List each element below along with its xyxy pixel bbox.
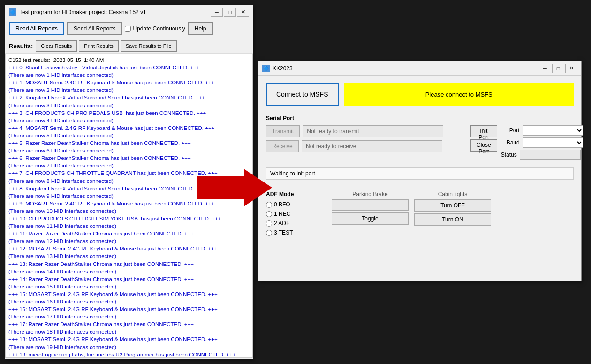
adf-option-label-1: 1 REC [274,211,290,217]
help-button[interactable]: Help [188,22,213,35]
adf-option-label-3: 3 TEST [274,229,293,236]
log-line: (There are now 6 HID interfaces connecte… [8,147,250,154]
adf-section: ADF Mode 0 BFO1 REC2 ADF3 TEST [266,191,322,236]
baud-select[interactable] [523,137,583,148]
connect-msfs-button[interactable]: Connect to MSFS [266,83,339,106]
init-port-button[interactable]: Init Port [470,125,497,137]
log-line: +++ 11: Razer Razer DeathStalker Chroma … [8,230,250,237]
cabin-lights-label: Cabin lights [414,191,491,197]
adf-option-1: 1 REC [266,211,322,217]
log-line: (There are now 9 HID interfaces connecte… [8,192,250,200]
turn-off-button[interactable]: Turn OFF [414,199,491,212]
waiting-field [266,167,574,180]
window1: 🔷 Test program for HIDmaker project: Ces… [5,5,253,359]
adf-radio-2[interactable] [266,220,272,227]
window1-title: Test program for HIDmaker project: Cessn… [19,9,146,15]
save-results-button[interactable]: Save Results to File [121,40,177,52]
title-bar-left: 🔷 Test program for HIDmaker project: Ces… [9,8,146,16]
maximize-button-1[interactable]: □ [224,8,236,17]
serial-port-label: Serial Port [266,115,574,121]
adf-radio-3[interactable] [266,230,272,236]
log-line: (There are now 7 HID interfaces connecte… [8,162,250,169]
close-port-button[interactable]: Close Port [470,139,497,152]
log-line: (There are now 12 HID interfaces connect… [8,237,250,245]
log-line: (There are now 3 HID interfaces connecte… [8,102,250,109]
results-label: Results: [9,43,33,50]
receive-row: Receive [266,140,463,152]
results-header-buttons: Clear Results Print Results Save Results… [36,40,176,52]
connect-status: Please connect to MSFS [344,83,574,106]
maximize-button-2[interactable]: □ [552,64,564,73]
log-line: +++ 15: MOSART Semi. 2.4G RF Keyboard & … [8,290,250,298]
results-header: Results: Clear Results Print Results Sav… [5,38,253,54]
clear-results-button[interactable]: Clear Results [36,40,77,52]
log-line: +++ 16: MOSART Semi. 2.4G RF Keyboard & … [8,305,250,313]
parking-brake-field [332,199,409,211]
title-controls-1: ─ □ ✕ [211,8,249,17]
controls-section: Parking Brake Toggle Cabin lights Turn O… [332,191,574,236]
serial-section: Serial Port Transmit Receive Ini [266,115,574,180]
log-line: +++ 3: CH PRODUCTS CH PRO PEDALS USB has… [8,109,250,117]
log-line: +++ 19: microEngineering Labs, Inc. mela… [8,351,250,358]
log-line: (There are now 10 HID interfaces connect… [8,207,250,215]
log-line: +++ 0: Shaul Eizikovich vJoy - Virtual J… [8,64,250,71]
minimize-button-2[interactable]: ─ [539,64,551,73]
print-results-button[interactable]: Print Results [79,40,118,52]
log-area[interactable]: C152 test results: 2023-05-15 1:40 AM+++… [5,54,253,358]
parking-brake-group: Parking Brake Toggle [332,191,409,236]
w2-content: Connect to MSFS Please connect to MSFS S… [258,76,581,247]
log-line: C152 test results: 2023-05-15 1:40 AM [8,56,250,64]
port-select[interactable] [523,125,583,136]
cabin-lights-group: Cabin lights Turn OFF Turn ON [414,191,491,236]
turn-on-button[interactable]: Turn ON [414,213,491,226]
transmit-status-field [303,125,443,137]
log-line: (There are now 1 HID interfaces connecte… [8,71,250,79]
log-line: +++ 5: Razer Razer DeathStalker Chroma h… [8,139,250,147]
minimize-button-1[interactable]: ─ [211,8,223,17]
adf-radio-1[interactable] [266,211,272,217]
adf-radio-0[interactable] [266,202,272,208]
log-line: (There are now 19 HID interfaces connect… [8,343,250,351]
log-line: +++ 6: Razer Razer DeathStalker Chroma h… [8,154,250,162]
transmit-row: Transmit [266,125,463,137]
send-all-reports-button[interactable]: Send All Reports [67,22,122,35]
toggle-button[interactable]: Toggle [332,212,409,225]
app-icon-2: 🔷 [262,65,270,72]
log-line: +++ 7: CH PRODUCTS CH THROTTLE QUADRANT … [8,169,250,177]
port-row: Port [501,125,583,136]
parking-brake-label: Parking Brake [332,191,409,197]
update-continuously-checkbox[interactable] [125,26,131,32]
update-continuously-wrap: Update Continuously [125,25,185,32]
window2-title: KK2023 [273,65,293,72]
title-bar-left-2: 🔷 KK2023 [262,65,293,72]
status-row: Status [501,150,583,160]
close-button-2[interactable]: ✕ [565,64,577,73]
title-controls-2: ─ □ ✕ [539,64,577,73]
app-icon-1: 🔷 [9,8,16,16]
receive-button: Receive [266,140,299,152]
adf-option-label-2: 2 ADF [274,220,289,227]
status-field [520,150,581,160]
log-line: (There are now 2 HID interfaces connecte… [8,86,250,94]
log-line: +++ 1: MOSART Semi. 2.4G RF Keyboard & M… [8,79,250,86]
log-line: (There are now 17 HID interfaces connect… [8,313,250,320]
read-all-reports-button[interactable]: Read All Reports [9,22,64,35]
serial-left: Transmit Receive [266,125,463,160]
log-line: (There are now 18 HID interfaces connect… [8,328,250,335]
receive-status-field [302,140,442,152]
log-line: (There are now 5 HID interfaces connecte… [8,132,250,139]
log-line: (There are now 4 HID interfaces connecte… [8,117,250,124]
log-line: (There are now 11 HID interfaces connect… [8,222,250,230]
adf-radio-group: 0 BFO1 REC2 ADF3 TEST [266,201,322,236]
toolbar-1: Read All Reports Send All Reports Update… [5,19,253,38]
log-line: +++ 17: Razer Razer DeathStalker Chroma … [8,320,250,328]
log-line: +++ 18: MOSART Semi. 2.4G RF Keyboard & … [8,335,250,343]
connect-section: Connect to MSFS Please connect to MSFS [266,83,574,106]
log-line: +++ 2: Kingston HyperX Virtual Surround … [8,94,250,101]
adf-option-0: 0 BFO [266,201,322,208]
bottom-section: ADF Mode 0 BFO1 REC2 ADF3 TEST Parking B… [266,187,574,240]
baud-row: Baud [501,137,583,148]
log-line: +++ 13: Razer Razer DeathStalker Chroma … [8,260,250,268]
adf-option-label-0: 0 BFO [274,201,290,208]
close-button-1[interactable]: ✕ [237,8,249,17]
